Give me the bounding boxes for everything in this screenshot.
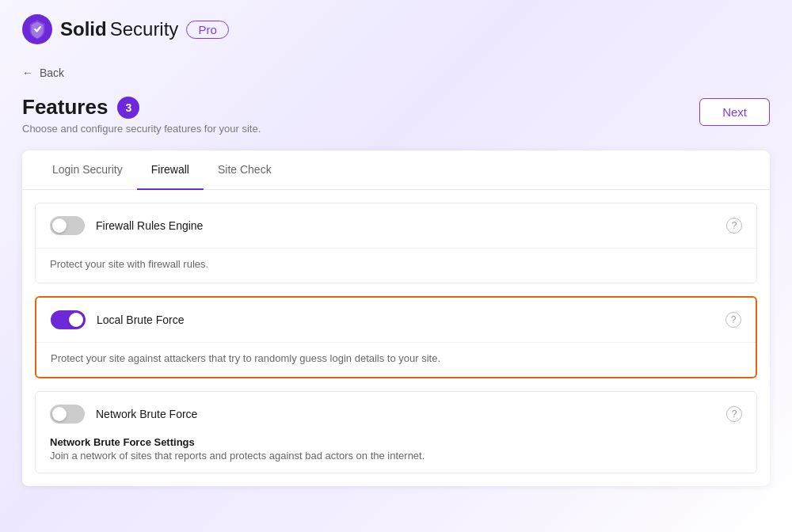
tab-login-security[interactable]: Login Security bbox=[38, 150, 137, 190]
feature-row: Local Brute Force ? bbox=[36, 298, 756, 342]
tab-firewall[interactable]: Firewall bbox=[137, 150, 204, 190]
feature-left: Local Brute Force bbox=[51, 310, 185, 329]
feature-list: Firewall Rules Engine ? Protect your sit… bbox=[22, 203, 770, 473]
header: Solid Security Pro bbox=[0, 0, 792, 59]
feature-item-local-brute-force: Local Brute Force ? Protect your site ag… bbox=[35, 296, 757, 378]
network-brute-force-help-icon[interactable]: ? bbox=[726, 406, 742, 422]
firewall-rules-toggle[interactable] bbox=[50, 216, 85, 235]
feature-row: Firewall Rules Engine ? bbox=[36, 203, 756, 248]
features-title-section: Features 3 Choose and configure security… bbox=[22, 95, 261, 135]
feature-name: Network Brute Force bbox=[96, 408, 197, 420]
local-brute-force-help-icon[interactable]: ? bbox=[725, 312, 741, 328]
feature-item-network-brute-force: Network Brute Force ? Network Brute Forc… bbox=[35, 391, 757, 473]
feature-desc: Protect your site against attackers that… bbox=[36, 342, 756, 377]
features-header: Features 3 Choose and configure security… bbox=[22, 95, 770, 135]
feature-left: Network Brute Force bbox=[50, 405, 197, 424]
network-desc-text: Join a network of sites that reports and… bbox=[50, 450, 742, 462]
network-desc: Network Brute Force Settings Join a netw… bbox=[36, 436, 756, 473]
feature-row: Network Brute Force ? bbox=[36, 392, 756, 436]
feature-left: Firewall Rules Engine bbox=[50, 216, 203, 235]
pro-badge: Pro bbox=[186, 21, 228, 39]
next-button[interactable]: Next bbox=[699, 98, 770, 126]
back-button[interactable]: ← Back bbox=[0, 59, 86, 87]
logo-text: Solid Security Pro bbox=[60, 18, 229, 40]
local-brute-force-toggle[interactable] bbox=[51, 310, 86, 329]
features-card: Login Security Firewall Site Check Firew… bbox=[22, 150, 770, 486]
page-title: Features bbox=[22, 95, 108, 120]
feature-name: Local Brute Force bbox=[97, 314, 185, 326]
network-brute-force-toggle[interactable] bbox=[50, 405, 85, 424]
shield-icon bbox=[22, 14, 52, 44]
feature-desc: Protect your site with firewall rules. bbox=[36, 248, 756, 283]
back-arrow-icon: ← bbox=[22, 66, 33, 79]
network-desc-title: Network Brute Force Settings bbox=[50, 436, 742, 448]
firewall-rules-help-icon[interactable]: ? bbox=[726, 218, 742, 234]
feature-item-firewall-rules: Firewall Rules Engine ? Protect your sit… bbox=[35, 203, 757, 283]
tabs-container: Login Security Firewall Site Check bbox=[22, 150, 770, 190]
logo: Solid Security Pro bbox=[22, 14, 229, 44]
feature-name: Firewall Rules Engine bbox=[96, 219, 203, 232]
main-content: Features 3 Choose and configure security… bbox=[0, 95, 792, 486]
tab-site-check[interactable]: Site Check bbox=[204, 150, 286, 190]
features-subtitle: Choose and configure security features f… bbox=[22, 123, 261, 135]
back-label: Back bbox=[40, 66, 64, 79]
step-badge: 3 bbox=[117, 97, 139, 119]
features-title-row: Features 3 bbox=[22, 95, 261, 120]
